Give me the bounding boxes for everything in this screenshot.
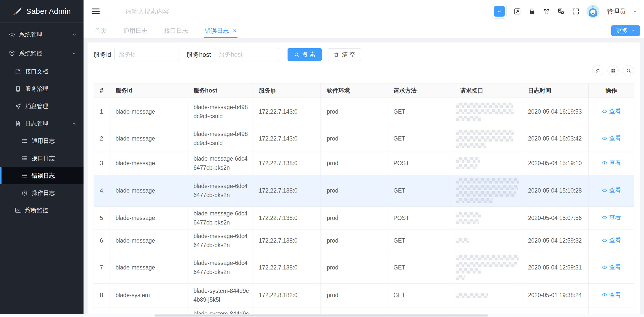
sidebar-item-message-manage[interactable]: 消息管理	[0, 98, 84, 115]
redacted-text	[456, 178, 519, 184]
sidebar-item-operation-log[interactable]: 操作日志	[0, 184, 84, 202]
sidebar-item-label: 系统监控	[19, 50, 42, 57]
table-row[interactable]: 1blade-messageblade-message-b498dc9cf-cs…	[94, 98, 634, 126]
redacted-text	[456, 116, 481, 121]
sidebar-item-label: 接口文档	[25, 68, 48, 75]
eye-icon	[602, 292, 607, 298]
topbar-actions: 管理员	[492, 4, 637, 19]
sidebar-item-api-log[interactable]: 接口日志	[0, 150, 84, 167]
view-link[interactable]: 查看	[602, 158, 621, 167]
table-row[interactable]: 2blade-messageblade-message-b498dc9cf-cs…	[94, 126, 634, 152]
sidebar-item-log-manage[interactable]: 日志管理	[0, 115, 84, 132]
user-name[interactable]: 管理员	[607, 7, 626, 16]
cell-env: prod	[321, 98, 387, 126]
debug-icon[interactable]	[513, 8, 521, 15]
cell-service-ip: 172.22.7.138:0	[253, 252, 321, 284]
list-icon	[21, 155, 28, 162]
sidebar-item-general-log[interactable]: 通用日志	[0, 132, 84, 150]
tab-error-log[interactable]: 错误日志×	[204, 23, 237, 38]
cell-index: 6	[94, 230, 109, 252]
cell-env: prod	[321, 126, 387, 152]
layout-button[interactable]	[608, 65, 619, 76]
sidebar: Saber Admin 系统管理系统监控接口文档服务治理消息管理日志管理通用日志…	[0, 0, 84, 317]
cell-method: GET	[387, 284, 454, 307]
tab-label: 通用日志	[123, 27, 147, 35]
cell-log-time: 2020-05-04 15:07:56	[522, 207, 589, 230]
chevron-down-icon[interactable]	[632, 9, 637, 14]
tab-general-log[interactable]: 通用日志	[122, 23, 148, 38]
table-row[interactable]: 3blade-messageblade-message-6dc46477cb-b…	[94, 152, 634, 175]
user-avatar[interactable]	[586, 5, 599, 18]
more-button[interactable]: 更多	[611, 25, 640, 36]
search-button[interactable]	[623, 65, 634, 76]
table-row[interactable]: 6blade-messageblade-message-6dc46477cb-b…	[94, 230, 634, 252]
chart-icon	[15, 207, 21, 214]
view-link[interactable]: 查看	[602, 107, 621, 116]
cell-service-ip: 172.22.7.138:0	[253, 230, 321, 252]
lock-icon[interactable]	[528, 8, 536, 15]
view-link[interactable]: 查看	[602, 134, 621, 143]
redacted-text	[456, 275, 465, 280]
sidebar-item-circuit-monitor[interactable]: 熔断监控	[0, 202, 84, 219]
column-header: 操作	[589, 83, 634, 98]
horizontal-scrollbar-thumb[interactable]	[154, 314, 488, 316]
top-menu-toggle-button[interactable]	[492, 4, 507, 19]
app-window: Saber Admin 系统管理系统监控接口文档服务治理消息管理日志管理通用日志…	[0, 0, 644, 317]
table-row[interactable]: 4blade-messageblade-message-6dc46477cb-b…	[94, 175, 634, 207]
main-area: 管理员 首页通用日志接口日志错误日志× 更多 服务id 服务host	[84, 0, 644, 317]
eye-icon	[602, 264, 607, 270]
sidebar-item-api-docs[interactable]: 接口文档	[0, 63, 84, 80]
search-button[interactable]: 搜 索	[288, 48, 322, 61]
view-link[interactable]: 查看	[602, 236, 621, 245]
service-id-input[interactable]	[114, 48, 179, 61]
phone-icon	[15, 85, 21, 92]
fullscreen-icon[interactable]	[572, 8, 580, 15]
view-link[interactable]: 查看	[602, 186, 621, 195]
sidebar-item-error-log[interactable]: 错误日志	[0, 167, 84, 184]
service-host-input[interactable]	[215, 48, 279, 61]
sidebar-item-system-monitor[interactable]: 系统监控	[0, 44, 84, 63]
clear-button[interactable]: 清 空	[328, 48, 361, 61]
sidebar-item-service-governance[interactable]: 服务治理	[0, 80, 84, 98]
cell-env: prod	[321, 207, 387, 230]
refresh-button[interactable]	[592, 65, 603, 76]
cell-index: 2	[94, 126, 109, 152]
table-row[interactable]: 5blade-messageblade-message-6dc46477cb-b…	[94, 207, 634, 230]
sidebar-item-system-manage[interactable]: 系统管理	[0, 25, 84, 44]
cell-actions: 查看	[589, 207, 634, 230]
tab-api-log[interactable]: 接口日志	[163, 23, 189, 38]
sidebar-item-label: 接口日志	[32, 154, 55, 162]
column-header: 服务ip	[253, 83, 321, 98]
table-row[interactable]: 8blade-systemblade-system-844d9c4b89-j5k…	[94, 284, 634, 307]
cell-service-host: blade-message-6dc46477cb-bks2n	[187, 152, 253, 175]
cell-method: GET	[387, 126, 454, 152]
table-row[interactable]: 9blade-systemblade-system-844d9c4b89-j5k…	[94, 307, 634, 314]
cell-request-api	[454, 307, 522, 314]
cell-env: prod	[321, 252, 387, 284]
service-host-label: 服务host	[186, 51, 211, 59]
view-link[interactable]: 查看	[602, 291, 621, 300]
hamburger-menu-icon[interactable]	[91, 7, 101, 16]
redacted-text	[456, 268, 481, 274]
cell-actions: 查看	[589, 126, 634, 152]
close-icon[interactable]: ×	[233, 28, 236, 34]
view-link[interactable]: 查看	[602, 263, 621, 272]
cell-method: POST	[387, 152, 454, 175]
view-link[interactable]: 查看	[602, 213, 621, 222]
cell-service-host: blade-message-6dc46477cb-bks2n	[187, 175, 253, 207]
cell-service-id: blade-message	[109, 152, 187, 175]
table-row[interactable]: 7blade-messageblade-message-6dc46477cb-b…	[94, 252, 634, 284]
cell-index: 8	[94, 284, 109, 307]
tab-home[interactable]: 首页	[94, 23, 108, 38]
cell-request-api	[454, 252, 522, 284]
top-bar: 管理员	[84, 0, 644, 23]
redacted-text	[456, 164, 477, 169]
cell-actions: 查看	[589, 152, 634, 175]
cell-index: 4	[94, 175, 109, 207]
global-search-input[interactable]	[125, 8, 231, 15]
redacted-text	[456, 109, 514, 114]
tshirt-icon[interactable]	[543, 8, 550, 15]
cell-index: 3	[94, 152, 109, 175]
cell-log-time: 2020-05-04 12:59:32	[522, 230, 589, 252]
translate-icon[interactable]	[557, 8, 565, 15]
